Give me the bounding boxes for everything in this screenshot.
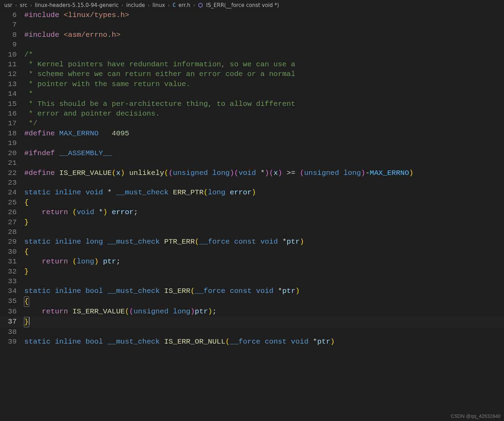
code-line[interactable]: 24static inline void * __must_check ERR_… bbox=[0, 188, 504, 197]
line-number[interactable]: 13 bbox=[0, 79, 24, 89]
code-line[interactable]: 36 return IS_ERR_VALUE((unsigned long)pt… bbox=[0, 307, 504, 317]
code-content[interactable] bbox=[24, 40, 504, 50]
code-line[interactable]: 35{ bbox=[0, 296, 504, 307]
code-content[interactable]: * scheme where we can return either an e… bbox=[24, 69, 504, 79]
code-line[interactable]: 34static inline bool __must_check IS_ERR… bbox=[0, 286, 504, 296]
line-number[interactable]: 31 bbox=[0, 257, 24, 267]
code-content[interactable]: /* bbox=[24, 50, 504, 60]
line-number[interactable]: 24 bbox=[0, 188, 24, 197]
code-line[interactable]: 37} bbox=[0, 317, 504, 327]
code-content[interactable]: * error and pointer decisions. bbox=[24, 109, 504, 119]
code-content[interactable]: } bbox=[24, 317, 504, 327]
code-content[interactable]: static inline bool __must_check IS_ERR_O… bbox=[24, 337, 504, 347]
line-number[interactable]: 37 bbox=[0, 317, 24, 327]
line-number[interactable]: 21 bbox=[0, 158, 24, 168]
code-content[interactable]: static inline long __must_check PTR_ERR(… bbox=[24, 237, 504, 247]
line-number[interactable]: 32 bbox=[0, 267, 24, 277]
code-content[interactable]: #define MAX_ERRNO 4095 bbox=[24, 129, 504, 138]
code-line[interactable]: 21 bbox=[0, 158, 504, 168]
code-content[interactable] bbox=[24, 158, 504, 168]
code-content[interactable]: } bbox=[24, 267, 504, 277]
code-line[interactable]: 22#define IS_ERR_VALUE(x) unlikely((unsi… bbox=[0, 168, 504, 178]
code-content[interactable]: * Kernel pointers have redundant informa… bbox=[24, 60, 504, 69]
code-line[interactable]: 27} bbox=[0, 218, 504, 227]
breadcrumb-item[interactable]: linux-headers-5.15.0-94-generic bbox=[35, 2, 119, 8]
code-line[interactable]: 15 * This should be a per-architecture t… bbox=[0, 99, 504, 109]
code-line[interactable]: 9 bbox=[0, 40, 504, 50]
code-line[interactable]: 17 */ bbox=[0, 119, 504, 128]
line-number[interactable]: 7 bbox=[0, 20, 24, 30]
code-line[interactable]: 19 bbox=[0, 138, 504, 148]
code-line[interactable]: 29static inline long __must_check PTR_ER… bbox=[0, 237, 504, 247]
code-line[interactable]: 31 return (long) ptr; bbox=[0, 257, 504, 267]
code-line[interactable]: 39static inline bool __must_check IS_ERR… bbox=[0, 337, 504, 347]
code-content[interactable]: { bbox=[24, 296, 504, 307]
line-number[interactable]: 28 bbox=[0, 227, 24, 237]
code-content[interactable]: return (long) ptr; bbox=[24, 257, 504, 267]
code-line[interactable]: 32} bbox=[0, 267, 504, 277]
code-line[interactable]: 25{ bbox=[0, 198, 504, 208]
line-number[interactable]: 27 bbox=[0, 218, 24, 227]
code-line[interactable]: 13 * pointer with the same return value. bbox=[0, 79, 504, 89]
line-number[interactable]: 15 bbox=[0, 99, 24, 109]
breadcrumb-item[interactable]: usr bbox=[4, 2, 12, 8]
code-line[interactable]: 23 bbox=[0, 178, 504, 188]
line-number[interactable]: 18 bbox=[0, 129, 24, 138]
line-number[interactable]: 6 bbox=[0, 10, 24, 20]
code-content[interactable]: * pointer with the same return value. bbox=[24, 79, 504, 89]
line-number[interactable]: 38 bbox=[0, 327, 24, 337]
line-number[interactable]: 11 bbox=[0, 60, 24, 69]
line-number[interactable]: 34 bbox=[0, 286, 24, 296]
breadcrumb-item[interactable]: include bbox=[126, 2, 145, 8]
code-line[interactable]: 8#include <asm/errno.h> bbox=[0, 30, 504, 40]
code-line[interactable]: 10/* bbox=[0, 50, 504, 60]
code-content[interactable]: * This should be a per-architecture thin… bbox=[24, 99, 504, 109]
code-content[interactable] bbox=[24, 178, 504, 188]
line-number[interactable]: 25 bbox=[0, 198, 24, 208]
code-content[interactable] bbox=[24, 277, 504, 286]
breadcrumb-file[interactable]: err.h bbox=[178, 2, 190, 8]
code-line[interactable]: 26 return (void *) error; bbox=[0, 208, 504, 217]
code-content[interactable] bbox=[24, 227, 504, 237]
code-content[interactable]: { bbox=[24, 198, 504, 208]
code-line[interactable]: 28 bbox=[0, 227, 504, 237]
line-number[interactable]: 12 bbox=[0, 69, 24, 79]
code-content[interactable]: #include <asm/errno.h> bbox=[24, 30, 504, 40]
line-number[interactable]: 26 bbox=[0, 208, 24, 217]
line-number[interactable]: 33 bbox=[0, 277, 24, 286]
code-line[interactable]: 20#ifndef __ASSEMBLY__ bbox=[0, 149, 504, 158]
code-content[interactable]: * bbox=[24, 89, 504, 99]
line-number[interactable]: 36 bbox=[0, 307, 24, 317]
line-number[interactable]: 17 bbox=[0, 119, 24, 128]
code-line[interactable]: 7 bbox=[0, 20, 504, 30]
line-number[interactable]: 23 bbox=[0, 178, 24, 188]
line-number[interactable]: 14 bbox=[0, 89, 24, 99]
code-content[interactable]: return IS_ERR_VALUE((unsigned long)ptr); bbox=[24, 307, 504, 317]
code-content[interactable] bbox=[24, 20, 504, 30]
line-number[interactable]: 19 bbox=[0, 138, 24, 148]
code-line[interactable]: 6#include <linux/types.h> bbox=[0, 10, 504, 20]
line-number[interactable]: 22 bbox=[0, 168, 24, 178]
code-line[interactable]: 18#define MAX_ERRNO 4095 bbox=[0, 129, 504, 138]
code-content[interactable] bbox=[24, 138, 504, 148]
line-number[interactable]: 35 bbox=[0, 296, 24, 307]
code-content[interactable]: return (void *) error; bbox=[24, 208, 504, 217]
code-line[interactable]: 16 * error and pointer decisions. bbox=[0, 109, 504, 119]
code-content[interactable]: */ bbox=[24, 119, 504, 128]
code-line[interactable]: 11 * Kernel pointers have redundant info… bbox=[0, 60, 504, 69]
line-number[interactable]: 8 bbox=[0, 30, 24, 40]
line-number[interactable]: 16 bbox=[0, 109, 24, 119]
breadcrumb-item[interactable]: linux bbox=[153, 2, 165, 8]
breadcrumb-symbol[interactable]: IS_ERR(__force const void *) bbox=[206, 2, 279, 8]
line-number[interactable]: 20 bbox=[0, 149, 24, 158]
breadcrumb-item[interactable]: src bbox=[20, 2, 27, 8]
line-number[interactable]: 39 bbox=[0, 337, 24, 347]
code-content[interactable]: #ifndef __ASSEMBLY__ bbox=[24, 149, 504, 158]
line-number[interactable]: 9 bbox=[0, 40, 24, 50]
code-content[interactable]: { bbox=[24, 247, 504, 257]
code-line[interactable]: 14 * bbox=[0, 89, 504, 99]
code-content[interactable]: } bbox=[24, 218, 504, 227]
code-line[interactable]: 30{ bbox=[0, 247, 504, 257]
line-number[interactable]: 10 bbox=[0, 50, 24, 60]
code-line[interactable]: 38 bbox=[0, 327, 504, 337]
